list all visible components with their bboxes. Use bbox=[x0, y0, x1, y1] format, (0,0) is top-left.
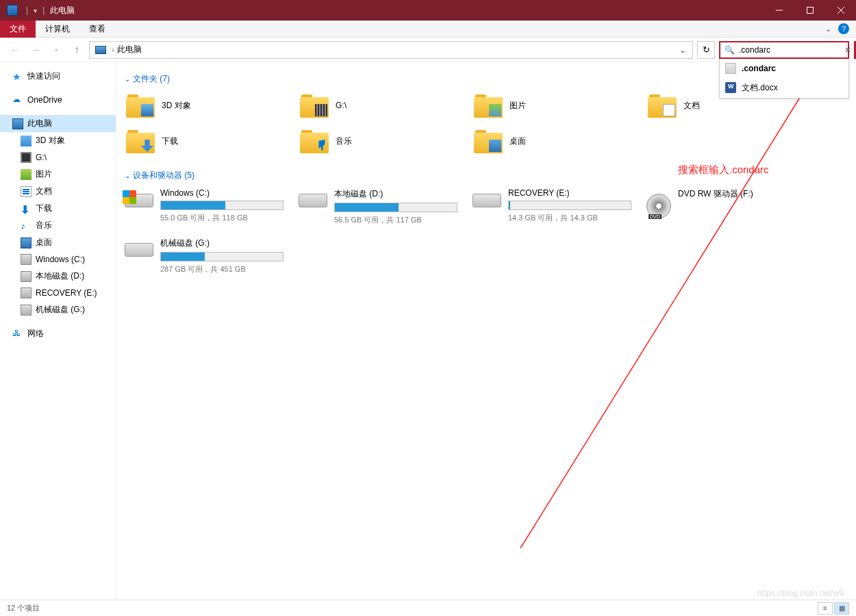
sidebar-item[interactable]: G:\ bbox=[0, 149, 116, 166]
sidebar-onedrive[interactable]: ☁OneDrive bbox=[0, 92, 116, 108]
search-box[interactable]: 🔍 ✕ → bbox=[719, 41, 849, 59]
sidebar-item[interactable]: RECOVERY (E:) bbox=[0, 285, 116, 301]
sidebar-label: OneDrive bbox=[27, 95, 62, 105]
section-title: 文件夹 (7) bbox=[133, 73, 170, 85]
drive-name: 机械磁盘 (G:) bbox=[160, 238, 290, 249]
folder-item[interactable]: G:\ bbox=[296, 89, 467, 122]
word-icon bbox=[725, 82, 736, 93]
drive-item[interactable]: DVD RW 驱动器 (F:) bbox=[644, 185, 815, 228]
view-tiles-button[interactable]: ▦ bbox=[834, 602, 849, 615]
drive-icon bbox=[21, 254, 32, 265]
content-area: ⌄ 文件夹 (7) 3D 对象G:\图片文档下载音乐桌面 ⌄ 设备和驱动器 (5… bbox=[116, 62, 856, 600]
sidebar-item[interactable]: 本地磁盘 (D:) bbox=[0, 268, 116, 285]
folder-item[interactable]: 3D 对象 bbox=[122, 89, 293, 122]
tab-file[interactable]: 文件 bbox=[0, 21, 36, 38]
drive-usage-bar bbox=[160, 252, 284, 261]
obj3d-icon bbox=[21, 136, 32, 146]
drive-item[interactable]: Windows (C:)55.0 GB 可用，共 118 GB bbox=[122, 185, 293, 228]
drive-item[interactable]: 本地磁盘 (D:)56.5 GB 可用，共 117 GB bbox=[296, 185, 467, 228]
drive-stats: 55.0 GB 可用，共 118 GB bbox=[160, 213, 290, 223]
breadcrumb-location[interactable]: 此电脑 bbox=[117, 44, 142, 55]
window-title: 此电脑 bbox=[50, 5, 75, 16]
close-button[interactable] bbox=[825, 0, 856, 21]
clear-search-icon[interactable]: ✕ bbox=[844, 45, 851, 55]
chevron-down-icon: ⌄ bbox=[125, 75, 130, 83]
drive-name: RECOVERY (E:) bbox=[508, 188, 638, 198]
nav-forward-button[interactable]: → bbox=[27, 42, 44, 58]
sidebar-item[interactable]: 文档 bbox=[0, 183, 116, 200]
minimize-button[interactable] bbox=[764, 0, 794, 21]
nav-up-button[interactable]: ↑ bbox=[68, 42, 85, 58]
title-bar: | ▾ | 此电脑 bbox=[0, 0, 856, 21]
suggestion-label: .condarc bbox=[742, 64, 776, 73]
drive-name: DVD RW 驱动器 (F:) bbox=[678, 188, 812, 200]
tab-computer[interactable]: 计算机 bbox=[36, 21, 79, 38]
sidebar-network[interactable]: 🖧网络 bbox=[0, 325, 116, 342]
sidebar-item-label: 下载 bbox=[36, 203, 52, 214]
folder-label: G:\ bbox=[336, 101, 347, 110]
navigation-bar: ← → ▾ ↑ › 此电脑 ⌄ ↻ 🔍 ✕ → .condarc文档.docx bbox=[0, 38, 856, 62]
sidebar-item-label: RECOVERY (E:) bbox=[36, 288, 97, 298]
help-icon[interactable]: ? bbox=[838, 23, 849, 34]
sidebar-item-label: Windows (C:) bbox=[36, 255, 85, 264]
folder-label: 3D 对象 bbox=[162, 100, 191, 112]
sidebar-item[interactable]: 图片 bbox=[0, 166, 116, 183]
folder-label: 下载 bbox=[162, 136, 178, 147]
sidebar-label: 网络 bbox=[27, 328, 44, 339]
suggestion-label: 文档.docx bbox=[742, 82, 778, 94]
desk-icon bbox=[21, 238, 32, 248]
search-suggestions: .condarc文档.docx bbox=[719, 59, 849, 99]
status-item-count: 12 个项目 bbox=[7, 603, 40, 613]
search-suggestion[interactable]: 文档.docx bbox=[720, 78, 848, 98]
sidebar-item[interactable]: Windows (C:) bbox=[0, 251, 116, 268]
address-dropdown-icon[interactable]: ⌄ bbox=[676, 45, 690, 55]
title-separator-2: | bbox=[42, 5, 45, 15]
drive-name: 本地磁盘 (D:) bbox=[334, 188, 464, 200]
annotation-text: 搜索框输入.condarc bbox=[678, 164, 769, 177]
folder-icon bbox=[300, 129, 329, 153]
chevron-right-icon: › bbox=[112, 45, 114, 55]
sidebar-item[interactable]: ♪音乐 bbox=[0, 217, 116, 234]
sidebar-item-label: 文档 bbox=[36, 185, 52, 197]
folder-icon bbox=[474, 93, 503, 118]
search-suggestion[interactable]: .condarc bbox=[720, 59, 848, 78]
drive-icon bbox=[21, 305, 32, 316]
sidebar-item[interactable]: ⬇下载 bbox=[0, 200, 116, 217]
maximize-button[interactable] bbox=[794, 0, 825, 21]
folder-item[interactable]: 桌面 bbox=[470, 125, 641, 157]
doc-icon bbox=[21, 186, 32, 197]
sidebar-item-label: 3D 对象 bbox=[36, 135, 65, 146]
ribbon-collapse-icon[interactable]: ⌄ bbox=[825, 25, 831, 34]
svg-rect-1 bbox=[807, 8, 813, 14]
quickaccess-chevron[interactable]: ▾ bbox=[34, 7, 37, 14]
sidebar-label: 此电脑 bbox=[27, 118, 52, 129]
folder-label: 文档 bbox=[683, 100, 700, 112]
tab-view[interactable]: 查看 bbox=[79, 21, 115, 38]
sidebar-item-label: 音乐 bbox=[36, 220, 52, 231]
drive-item[interactable]: 机械磁盘 (G:)287 GB 可用，共 451 GB bbox=[122, 235, 293, 277]
sidebar-item[interactable]: 机械磁盘 (G:) bbox=[0, 301, 116, 318]
drive-icon bbox=[299, 194, 327, 207]
drive-usage-bar bbox=[334, 203, 457, 212]
sidebar: ★快速访问 ☁OneDrive 此电脑 3D 对象G:\图片文档⬇下载♪音乐桌面… bbox=[0, 62, 116, 600]
sidebar-quick-access[interactable]: ★快速访问 bbox=[0, 68, 116, 85]
folder-item[interactable]: 下载 bbox=[122, 125, 293, 157]
view-details-button[interactable]: ≡ bbox=[818, 602, 833, 615]
refresh-button[interactable]: ↻ bbox=[697, 41, 715, 59]
nav-recent-dropdown[interactable]: ▾ bbox=[48, 42, 64, 58]
sidebar-item[interactable]: 桌面 bbox=[0, 234, 116, 251]
title-separator: | bbox=[26, 5, 28, 15]
folder-icon bbox=[648, 93, 677, 118]
nav-back-button[interactable]: ← bbox=[7, 42, 23, 58]
search-input[interactable] bbox=[739, 45, 842, 55]
address-bar[interactable]: › 此电脑 ⌄ bbox=[89, 41, 693, 59]
folder-icon bbox=[126, 129, 155, 153]
drive-item[interactable]: RECOVERY (E:)14.3 GB 可用，共 14.3 GB bbox=[470, 185, 641, 228]
sidebar-item[interactable]: 3D 对象 bbox=[0, 132, 116, 149]
chevron-down-icon: ⌄ bbox=[125, 172, 130, 179]
folder-item[interactable]: 音乐 bbox=[296, 125, 467, 157]
sidebar-this-pc[interactable]: 此电脑 bbox=[0, 115, 116, 132]
drive-icon bbox=[125, 194, 153, 207]
folder-item[interactable]: 图片 bbox=[470, 89, 641, 122]
folder-icon bbox=[474, 129, 503, 153]
